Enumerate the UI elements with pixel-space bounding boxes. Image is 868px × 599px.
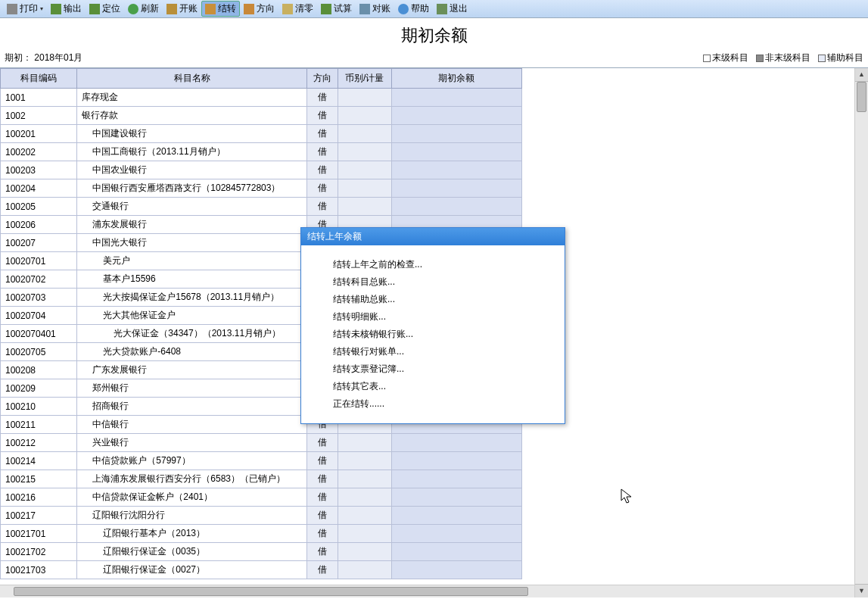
cell-name[interactable]: 郑州银行 — [77, 379, 307, 398]
cell-name[interactable]: 美元户 — [77, 252, 307, 270]
cell-balance[interactable] — [391, 143, 521, 161]
cell-curr[interactable] — [338, 179, 391, 198]
cell-name[interactable]: 银行存款 — [77, 107, 307, 125]
cell-name[interactable]: 中国农业银行 — [77, 161, 307, 179]
cell-curr[interactable] — [338, 488, 391, 507]
cell-code[interactable]: 10020701 — [1, 252, 77, 270]
cell-code[interactable]: 100217 — [1, 507, 77, 525]
col-header-dir[interactable]: 方向 — [307, 69, 338, 89]
cell-code[interactable]: 100209 — [1, 379, 77, 398]
cell-name[interactable]: 中国银行西安雁塔西路支行（102845772803） — [77, 179, 307, 198]
cell-code[interactable]: 100214 — [1, 452, 77, 470]
cell-name[interactable]: 中国建设银行 — [77, 125, 307, 143]
cell-balance[interactable] — [391, 179, 521, 198]
cell-name[interactable]: 光大保证金（34347）（2013.11月销户） — [77, 325, 307, 343]
toolbar-exit-button[interactable]: 退出 — [433, 1, 471, 17]
cell-name[interactable]: 招商银行 — [77, 398, 307, 416]
cell-code[interactable]: 10020703 — [1, 289, 77, 307]
table-row[interactable]: 100205交通银行借 — [1, 198, 522, 216]
cell-balance[interactable] — [391, 525, 521, 543]
cell-code[interactable]: 1002 — [1, 107, 77, 125]
toolbar-direction-button[interactable]: 方向 — [240, 1, 278, 17]
table-row[interactable]: 10021702辽阳银行保证金（0035）借 — [1, 543, 522, 561]
cell-code[interactable]: 10020702 — [1, 270, 77, 289]
table-row[interactable]: 100217辽阳银行沈阳分行借 — [1, 507, 522, 525]
cell-balance[interactable] — [391, 543, 521, 561]
cell-name[interactable]: 中信银行 — [77, 416, 307, 434]
cell-code[interactable]: 100204 — [1, 179, 77, 198]
scroll-up-arrow[interactable]: ▲ — [855, 68, 868, 82]
toolbar-output-button[interactable]: 输出 — [47, 1, 86, 17]
cell-dir[interactable]: 借 — [307, 452, 338, 470]
table-row[interactable]: 100202中国工商银行（2013.11月销户）借 — [1, 143, 522, 161]
cell-name[interactable]: 辽阳银行保证金（0035） — [77, 543, 307, 561]
cell-dir[interactable]: 借 — [307, 525, 338, 543]
toolbar-refresh-button[interactable]: 刷新 — [124, 1, 163, 17]
cell-name[interactable]: 广东发展银行 — [77, 361, 307, 379]
cell-dir[interactable]: 借 — [307, 507, 338, 525]
vertical-scrollbar[interactable]: ▲ ▼ — [854, 68, 868, 597]
cell-balance[interactable] — [391, 470, 521, 488]
cell-code[interactable]: 10021702 — [1, 543, 77, 561]
cell-code[interactable]: 100203 — [1, 161, 77, 179]
cell-curr[interactable] — [338, 89, 391, 107]
cell-dir[interactable]: 借 — [307, 434, 338, 452]
cell-balance[interactable] — [391, 561, 521, 579]
cell-dir[interactable]: 借 — [307, 488, 338, 507]
cell-code[interactable]: 100212 — [1, 434, 77, 452]
table-row[interactable]: 100212兴业银行借 — [1, 434, 522, 452]
cell-code[interactable]: 100216 — [1, 488, 77, 507]
cell-balance[interactable] — [391, 434, 521, 452]
table-row[interactable]: 1002银行存款借 — [1, 107, 522, 125]
cell-balance[interactable] — [391, 107, 521, 125]
toolbar-open-button[interactable]: 开账 — [163, 1, 201, 17]
cell-name[interactable]: 辽阳银行沈阳分行 — [77, 507, 307, 525]
cell-name[interactable]: 光大其他保证金户 — [77, 307, 307, 325]
toolbar-help-button[interactable]: 帮助 — [394, 1, 433, 17]
cell-code[interactable]: 10021703 — [1, 561, 77, 579]
col-header-bal[interactable]: 期初余额 — [391, 69, 521, 89]
table-row[interactable]: 100203中国农业银行借 — [1, 161, 522, 179]
scroll-down-arrow[interactable]: ▼ — [855, 584, 868, 597]
cell-curr[interactable] — [338, 434, 391, 452]
col-header-code[interactable]: 科目编码 — [1, 69, 77, 89]
cell-code[interactable]: 1001 — [1, 89, 77, 107]
cell-dir[interactable]: 借 — [307, 143, 338, 161]
cell-dir[interactable]: 借 — [307, 125, 338, 143]
cell-dir[interactable]: 借 — [307, 470, 338, 488]
cell-dir[interactable]: 借 — [307, 561, 338, 579]
toolbar-carry-button[interactable]: 结转 — [201, 1, 240, 17]
cell-curr[interactable] — [338, 507, 391, 525]
col-header-name[interactable]: 科目名称 — [77, 69, 307, 89]
cell-balance[interactable] — [391, 198, 521, 216]
cell-dir[interactable]: 借 — [307, 107, 338, 125]
cell-dir[interactable]: 借 — [307, 543, 338, 561]
cell-balance[interactable] — [391, 125, 521, 143]
cell-code[interactable]: 100201 — [1, 125, 77, 143]
cell-balance[interactable] — [391, 488, 521, 507]
table-row[interactable]: 1001库存现金借 — [1, 89, 522, 107]
toolbar-print-button[interactable]: 打印▾ — [3, 1, 47, 17]
cell-curr[interactable] — [338, 107, 391, 125]
table-row[interactable]: 100201中国建设银行借 — [1, 125, 522, 143]
cell-name[interactable]: 辽阳银行保证金（0027） — [77, 561, 307, 579]
cell-balance[interactable] — [391, 161, 521, 179]
cell-curr[interactable] — [338, 143, 391, 161]
cell-code[interactable]: 100208 — [1, 361, 77, 379]
cell-curr[interactable] — [338, 470, 391, 488]
cell-name[interactable]: 中国工商银行（2013.11月销户） — [77, 143, 307, 161]
cell-name[interactable]: 基本户15596 — [77, 270, 307, 289]
dropdown-arrow-icon[interactable]: ▾ — [40, 5, 43, 12]
toolbar-zero-button[interactable]: 清零 — [278, 1, 317, 17]
cell-balance[interactable] — [391, 89, 521, 107]
cell-name[interactable]: 交通银行 — [77, 198, 307, 216]
cell-dir[interactable]: 借 — [307, 89, 338, 107]
cell-balance[interactable] — [391, 452, 521, 470]
cell-name[interactable]: 中信贷款保证金帐户（2401） — [77, 488, 307, 507]
table-row[interactable]: 100216中信贷款保证金帐户（2401）借 — [1, 488, 522, 507]
cell-code[interactable]: 10021701 — [1, 525, 77, 543]
cell-code[interactable]: 100207 — [1, 234, 77, 252]
cell-code[interactable]: 100202 — [1, 143, 77, 161]
cell-code[interactable]: 100210 — [1, 398, 77, 416]
toolbar-locate-button[interactable]: 定位 — [86, 1, 124, 17]
